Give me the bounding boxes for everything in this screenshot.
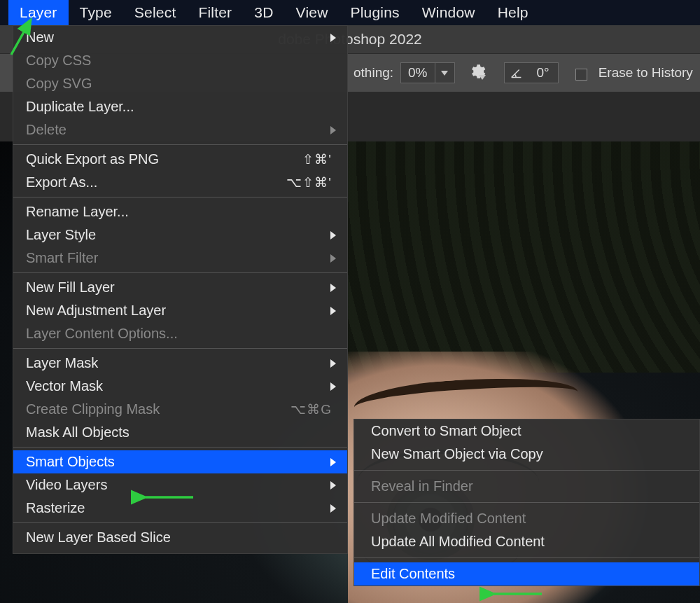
menu-item-label: Mask All Objects [26,424,332,441]
menu-item-shortcut: ⌥⌘G [290,401,332,417]
menu-item-shortcut: ⌥⇧⌘' [286,174,332,190]
menu-item-mask-all-objects[interactable]: Mask All Objects [13,421,347,444]
menu-item-copy-css: Copy CSS [13,49,347,72]
menu-item-label: Rename Layer... [26,204,332,220]
separator [354,470,699,471]
menu-item-new-fill-layer[interactable]: New Fill Layer [13,276,347,299]
submenu-item-label: Update All Modified Content [371,534,545,550]
menu-item-label: Duplicate Layer... [26,99,332,115]
angle-icon [505,65,528,81]
menubar-type[interactable]: Type [69,0,123,25]
menu-item-label: New Fill Layer [26,279,332,296]
separator [13,447,347,448]
smart-objects-submenu: Convert to Smart ObjectNew Smart Object … [354,419,700,586]
menu-item-smart-objects[interactable]: Smart Objects [13,450,347,473]
submenu-item-edit-contents[interactable]: Edit Contents [354,562,699,585]
smoothing-dropdown[interactable]: 0% [400,62,454,83]
menu-item-label: Smart Objects [26,454,332,470]
menubar-layer[interactable]: Layer [8,0,69,25]
separator [13,348,347,349]
erase-history-label: Erase to History [598,65,693,81]
menu-item-label: Export As... [26,174,286,190]
menu-item-label: Copy CSS [26,53,332,69]
angle-value: 0° [528,65,558,81]
menubar-plugins[interactable]: Plugins [340,0,411,25]
smoothing-value: 0% [401,65,434,81]
menubar: LayerTypeSelectFilter3DViewPluginsWindow… [0,0,700,25]
menu-item-new-adjustment-layer[interactable]: New Adjustment Layer [13,299,347,322]
menu-item-label: New Layer Based Slice [26,529,332,546]
submenu-item-label: New Smart Object via Copy [371,446,543,462]
submenu-item-label: Update Modified Content [371,511,526,527]
menubar-select[interactable]: Select [123,0,188,25]
menu-item-create-clipping-mask: Create Clipping Mask⌥⌘G [13,398,347,421]
menu-item-video-layers[interactable]: Video Layers [13,473,347,497]
menu-item-rasterize[interactable]: Rasterize [13,497,347,520]
erase-history-checkbox[interactable] [575,69,587,81]
menubar-help[interactable]: Help [486,0,540,25]
menu-item-layer-style[interactable]: Layer Style [13,223,347,247]
menu-item-label: Create Clipping Mask [26,401,290,417]
smoothing-dropdown-button[interactable] [435,63,454,83]
chevron-down-icon [441,71,448,76]
menu-item-new[interactable]: New [13,26,347,49]
separator [13,144,347,145]
menu-item-vector-mask[interactable]: Vector Mask [13,375,347,398]
layer-menu: NewCopy CSSCopy SVGDuplicate Layer...Del… [13,25,348,554]
submenu-item-label: Reveal in Finder [371,478,473,494]
menu-item-label: Quick Export as PNG [26,151,302,167]
menubar-3d[interactable]: 3D [243,0,284,25]
gear-icon[interactable] [468,62,486,84]
menu-item-label: Layer Mask [26,355,332,371]
menu-item-label: Smart Filter [26,250,332,266]
submenu-item-update-all-modified-content[interactable]: Update All Modified Content [354,530,699,553]
angle-input[interactable]: 0° [504,62,559,83]
menu-item-layer-content-options: Layer Content Options... [13,322,347,345]
menubar-view[interactable]: View [285,0,340,25]
menu-item-smart-filter: Smart Filter [13,247,347,270]
menu-item-shortcut: ⇧⌘' [302,151,332,167]
menu-item-delete: Delete [13,118,347,141]
submenu-item-new-smart-object-via-copy[interactable]: New Smart Object via Copy [354,443,699,466]
menu-item-label: Delete [26,122,332,138]
separator [13,197,347,197]
menu-item-label: Layer Style [26,227,332,243]
menu-item-label: Video Layers [26,477,332,493]
separator [13,272,347,273]
menu-item-copy-svg: Copy SVG [13,72,347,95]
separator [13,522,347,523]
submenu-item-update-modified-content: Update Modified Content [354,507,699,530]
menu-item-label: Vector Mask [26,378,332,394]
separator [354,502,699,503]
menu-item-label: Layer Content Options... [26,326,332,342]
menu-item-label: New [26,29,332,46]
menu-item-label: New Adjustment Layer [26,303,332,319]
menu-item-export-as[interactable]: Export As...⌥⇧⌘' [13,171,347,194]
submenu-item-label: Convert to Smart Object [371,423,522,439]
menu-item-label: Copy SVG [26,76,332,92]
submenu-item-convert-to-smart-object[interactable]: Convert to Smart Object [354,420,699,443]
menubar-filter[interactable]: Filter [187,0,243,25]
menu-item-rename-layer[interactable]: Rename Layer... [13,200,347,223]
menu-item-quick-export-as-png[interactable]: Quick Export as PNG⇧⌘' [13,148,347,171]
menu-item-label: Rasterize [26,500,332,516]
menu-item-new-layer-based-slice[interactable]: New Layer Based Slice [13,526,347,549]
smoothing-label: othing: [354,65,393,81]
submenu-item-label: Edit Contents [371,566,455,582]
menu-item-duplicate-layer[interactable]: Duplicate Layer... [13,95,347,118]
menu-item-layer-mask[interactable]: Layer Mask [13,352,347,375]
svg-marker-0 [479,75,486,80]
menubar-window[interactable]: Window [411,0,486,25]
separator [354,557,699,558]
submenu-item-reveal-in-finder: Reveal in Finder [354,475,699,498]
